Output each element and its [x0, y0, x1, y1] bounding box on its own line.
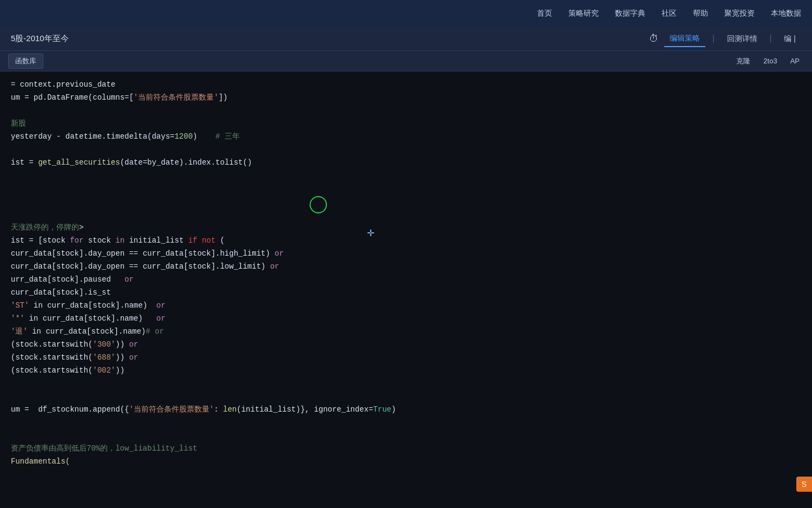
code-line-19: '退' in curr_data[stock].name)# or — [0, 325, 812, 338]
page-title: 5股-2010年至今 — [11, 34, 69, 44]
code-line-17: 'ST' in curr_data[stock].name) or — [0, 299, 812, 312]
nav-data-dict[interactable]: 数据字典 — [615, 9, 645, 18]
nav-home[interactable]: 首页 — [537, 9, 552, 18]
code-line-13: curr_data[stock].day_open == curr_data[s… — [0, 247, 812, 260]
code-line-5 — [0, 143, 812, 156]
code-line-7 — [0, 169, 812, 182]
toolbar-right: 克隆 2to3 AP — [732, 54, 804, 68]
backtest-detail-btn[interactable]: 回测详情 — [722, 31, 763, 47]
nav-community[interactable]: 社区 — [662, 9, 677, 18]
code-line-11: 天涨跌停的，停牌的> — [0, 221, 812, 234]
divider-v2: | — [768, 34, 774, 44]
code-line-22: (stock.startswith('002')) — [0, 364, 812, 377]
nav-items: 首页 策略研究 数据字典 社区 帮助 聚宽投资 本地数据 — [537, 9, 801, 18]
code-line-3: 新股 — [0, 117, 812, 130]
code-line-18: '*' in curr_data[stock].name) or — [0, 312, 812, 325]
sub-header-right: ⏱ 编辑策略 | 回测详情 | 编 | — [649, 31, 801, 47]
api-btn[interactable]: AP — [786, 55, 804, 67]
code-line-0: = context.previous_date — [0, 78, 812, 91]
sub-header: 5股-2010年至今 ⏱ 编辑策略 | 回测详情 | 编 | — [0, 27, 812, 51]
code-line-16: curr_data[stock].is_st — [0, 286, 812, 299]
nav-bar: 首页 策略研究 数据字典 社区 帮助 聚宽投资 本地数据 — [0, 0, 812, 27]
code-line-2 — [0, 104, 812, 117]
clone-btn[interactable]: 克隆 — [732, 54, 755, 68]
code-line-14: curr_data[stock].day_open == curr_data[s… — [0, 260, 812, 273]
code-line-23 — [0, 377, 812, 390]
nav-help[interactable]: 帮助 — [693, 9, 708, 18]
timer-icon[interactable]: ⏱ — [649, 33, 659, 44]
code-line-4: yesterday - datetime.timedelta(days=1200… — [0, 130, 812, 143]
code-line-29: Fundamentals( — [0, 455, 812, 468]
divider-v1: | — [711, 34, 716, 44]
code-line-26 — [0, 416, 812, 429]
edit-strategy-btn[interactable]: 编辑策略 — [664, 31, 705, 47]
nav-strategy[interactable]: 策略研究 — [568, 9, 599, 18]
code-line-12: ist = [stock for stock in initial_list i… — [0, 234, 812, 247]
nav-local-data[interactable]: 本地数据 — [771, 9, 801, 18]
func-lib-btn[interactable]: 函数库 — [8, 54, 43, 69]
nav-invest[interactable]: 聚宽投资 — [724, 9, 755, 18]
code-line-28: 资产负债率由高到低后70%的，low_liability_list — [0, 442, 812, 455]
code-line-24 — [0, 390, 812, 403]
code-line-1: um = pd.DataFrame(columns=['当前符合条件股票数量']… — [0, 91, 812, 104]
code-line-9 — [0, 195, 812, 208]
toolbar: 函数库 克隆 2to3 AP — [0, 51, 812, 71]
sub-header-left: 5股-2010年至今 — [11, 34, 69, 44]
2to3-btn[interactable]: 2to3 — [759, 55, 781, 67]
code-line-6: ist = get_all_securities(date=by_date).i… — [0, 156, 812, 169]
code-line-8 — [0, 182, 812, 195]
code-line-15: urr_data[stock].paused or — [0, 273, 812, 286]
code-area[interactable]: = context.previous_dateum = pd.DataFrame… — [0, 71, 812, 508]
edit-btn[interactable]: 编 | — [778, 31, 801, 47]
badge-orange: S — [796, 477, 812, 492]
code-line-10 — [0, 208, 812, 221]
code-line-25: um = df_stocknum.append({'当前符合条件股票数量': l… — [0, 403, 812, 416]
code-line-20: (stock.startswith('300')) or — [0, 338, 812, 351]
code-line-21: (stock.startswith('688')) or — [0, 351, 812, 364]
code-line-27 — [0, 429, 812, 442]
